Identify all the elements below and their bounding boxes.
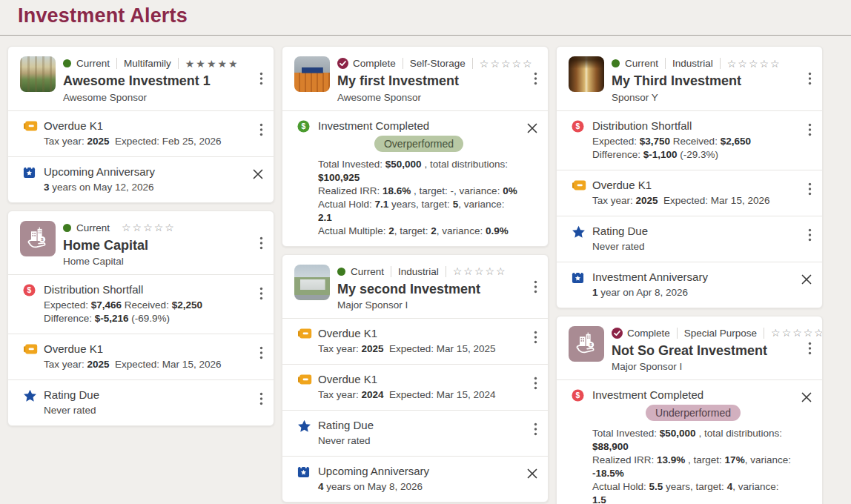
- alert-dismiss-button[interactable]: [800, 391, 813, 404]
- detail-segment: $88,900: [592, 441, 629, 452]
- star-icon: ☆: [496, 265, 507, 277]
- meta-divider: [472, 58, 473, 69]
- kebab-icon: [259, 346, 263, 359]
- status-label: Complete: [627, 328, 670, 339]
- star-icon: ★: [228, 58, 239, 70]
- card-meta-row: CompleteSelf-Storage☆☆☆☆☆: [337, 58, 518, 69]
- rating-stars: ☆☆☆☆☆: [480, 59, 534, 69]
- detail-segment: 2025: [87, 359, 110, 370]
- detail-segment: Tax year:: [44, 136, 87, 147]
- alert-content: Distribution ShortfallExpected: $7,466 R…: [44, 283, 252, 325]
- alert-dismiss-button[interactable]: [800, 273, 813, 286]
- meta-divider: [665, 58, 666, 69]
- detail-segment: 1: [592, 287, 598, 298]
- alert-menu-button[interactable]: [532, 421, 539, 437]
- status-dot-icon: [63, 224, 71, 232]
- rating-star-icon: [23, 389, 38, 417]
- svg-text:$: $: [27, 286, 32, 294]
- status-badge: Complete: [337, 58, 396, 69]
- alert-title: Rating Due: [592, 225, 801, 237]
- investment-card: $CompleteSpecial Purpose☆☆☆☆☆Not So Grea…: [556, 316, 823, 504]
- star-icon: ☆: [523, 58, 534, 70]
- alert-menu-button[interactable]: [258, 391, 265, 407]
- alert-menu-button[interactable]: [532, 329, 539, 345]
- card-header-text: CurrentIndustrial☆☆☆☆☆My second Investme…: [337, 265, 518, 311]
- alert-title: Investment Completed: [592, 388, 794, 401]
- kebab-icon: [259, 392, 263, 405]
- investment-card: CurrentMultifamily★★★★★Awesome Investmen…: [7, 46, 274, 203]
- status-dot-icon: [337, 268, 345, 276]
- alert-title: Overdue K1: [318, 373, 526, 385]
- detail-segment: Expected: Mar 15, 2026: [658, 195, 770, 206]
- card-menu-button[interactable]: [258, 235, 265, 251]
- alert-content: Overdue K1Tax year: 2024 Expected: Mar 1…: [318, 373, 526, 402]
- card-meta-row: Current☆☆☆☆☆: [63, 222, 244, 233]
- detail-segment: Tax year:: [592, 195, 636, 206]
- alert-title: Overdue K1: [44, 119, 252, 132]
- alert-row: Upcoming Anniversary4 years on May 8, 20…: [282, 456, 548, 502]
- alert-detail-line: Total Invested: $50,000 , total distribu…: [318, 158, 520, 185]
- alert-detail-line: 3 years on May 12, 2026: [44, 181, 245, 194]
- detail-segment: $2,650: [721, 136, 751, 147]
- card-header: $CompleteSpecial Purpose☆☆☆☆☆Not So Grea…: [557, 316, 822, 380]
- card-menu-button[interactable]: [532, 70, 539, 87]
- money-red-icon: $: [572, 120, 586, 162]
- detail-segment: 7.1: [375, 199, 389, 210]
- detail-segment: year on Apr 8, 2026: [598, 287, 689, 298]
- alert-detail-line: Tax year: 2025 Expected: Mar 15, 2026: [592, 194, 801, 208]
- detail-segment: , target: -, variance:: [411, 185, 503, 196]
- investment-thumbnail: [569, 56, 604, 92]
- alert-content: Upcoming Anniversary4 years on May 8, 20…: [318, 465, 520, 494]
- investment-title: Home Capital: [63, 237, 244, 254]
- kebab-icon: [808, 123, 812, 136]
- alert-dismiss-button[interactable]: [526, 122, 539, 135]
- meta-divider: [446, 266, 446, 277]
- detail-segment: $50,000: [660, 428, 696, 439]
- detail-segment: $-1,100: [643, 149, 678, 160]
- alert-menu-button[interactable]: [807, 227, 813, 243]
- money-red-icon: $: [572, 389, 586, 504]
- status-badge: Complete: [612, 328, 670, 339]
- alert-dismiss-button[interactable]: [526, 467, 539, 480]
- alert-title: Overdue K1: [318, 327, 526, 339]
- meta-divider: [764, 328, 764, 339]
- alerts-board: CurrentMultifamily★★★★★Awesome Investmen…: [0, 36, 851, 504]
- alert-menu-button[interactable]: [258, 345, 265, 361]
- detail-segment: years, target:: [663, 481, 726, 492]
- kebab-icon: [259, 123, 263, 136]
- alert-menu-button[interactable]: [807, 181, 813, 197]
- kebab-icon: [534, 280, 537, 294]
- alert-detail-line: 1 year on Apr 8, 2026: [592, 286, 794, 299]
- alert-menu-button[interactable]: [258, 285, 265, 302]
- money-red-icon: $: [23, 284, 38, 325]
- close-icon: [801, 392, 812, 402]
- alert-row: Rating DueNever rated: [557, 216, 822, 262]
- detail-segment: 2025: [636, 195, 658, 206]
- alert-dismiss-button[interactable]: [251, 168, 265, 181]
- card-menu-button[interactable]: [807, 340, 813, 357]
- investment-card: CurrentIndustrial☆☆☆☆☆My Third Investmen…: [556, 46, 823, 308]
- alert-title: Upcoming Anniversary: [44, 165, 245, 178]
- card-menu-button[interactable]: [258, 70, 265, 87]
- card-header-text: CompleteSelf-Storage☆☆☆☆☆My first Invest…: [337, 56, 518, 103]
- investment-card: $Current☆☆☆☆☆Home CapitalHome Capital$Di…: [7, 210, 274, 427]
- alert-menu-button[interactable]: [532, 375, 539, 391]
- investment-sponsor: Awesome Sponsor: [63, 92, 244, 103]
- detail-segment: Total Invested:: [318, 159, 385, 170]
- alert-title: Rating Due: [44, 388, 252, 401]
- detail-segment: years, target:: [388, 199, 452, 210]
- card-header-text: CompleteSpecial Purpose☆☆☆☆☆Not So Great…: [612, 326, 792, 373]
- status-badge: Current: [63, 58, 110, 69]
- alert-detail-line: Never rated: [592, 240, 801, 253]
- card-menu-button[interactable]: [807, 70, 813, 87]
- alert-menu-button[interactable]: [258, 122, 265, 138]
- alert-menu-button[interactable]: [807, 122, 813, 138]
- rating-star-icon: [572, 225, 586, 253]
- alert-content: Rating DueNever rated: [44, 388, 252, 417]
- investment-sponsor: Major Sponsor I: [612, 361, 792, 372]
- alert-detail-line: Actual Multiple: 2, target: 2, variance:…: [318, 225, 520, 238]
- card-menu-button[interactable]: [532, 279, 539, 295]
- asset-type-label: Industrial: [672, 58, 713, 69]
- alert-title: Overdue K1: [44, 342, 252, 355]
- status-label: Complete: [353, 58, 396, 69]
